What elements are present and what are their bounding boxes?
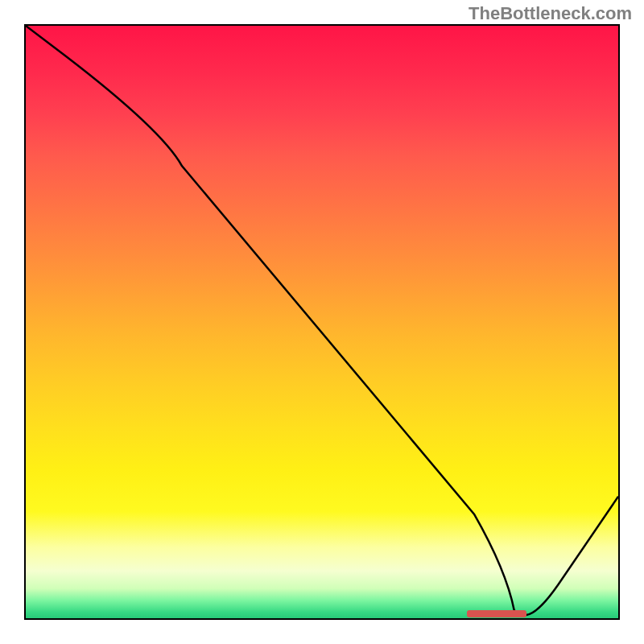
chart-area <box>24 24 620 620</box>
watermark-text: TheBottleneck.com <box>469 3 632 24</box>
optimal-range-marker <box>467 610 526 617</box>
line-curve <box>26 26 618 618</box>
